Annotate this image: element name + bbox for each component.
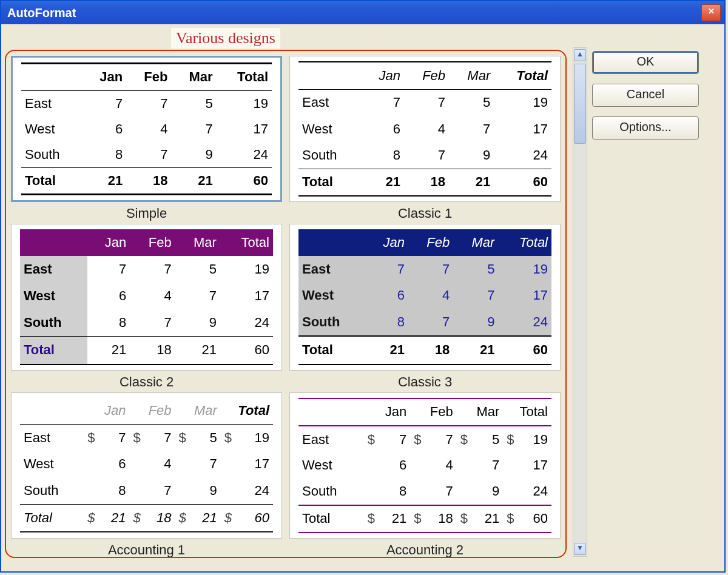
format-caption: Simple: [126, 206, 167, 221]
scroll-thumb[interactable]: [574, 64, 586, 144]
cancel-button[interactable]: Cancel: [592, 84, 699, 107]
autoformat-dialog: AutoFormat ✕ Various designs Jan Feb: [0, 0, 726, 573]
window-title: AutoFormat: [7, 6, 76, 20]
table-preview: Jan Feb Mar Total East 77519 West 64717 …: [21, 62, 272, 195]
format-option-classic3[interactable]: JanFebMarTotal East 77519 West 64717 Sou…: [289, 224, 561, 389]
table-preview: JanFebMarTotal East 77519 West 64717 Sou…: [298, 61, 551, 197]
format-caption: Classic 3: [398, 374, 452, 390]
format-thumb-classic1[interactable]: JanFebMarTotal East 77519 West 64717 Sou…: [289, 56, 561, 202]
table-preview: Jan Feb Mar Total East $7 $7 $5 $19 West: [298, 398, 551, 533]
options-button[interactable]: Options...: [592, 116, 699, 140]
table-preview: JanFebMarTotal East 77519 West 64717 Sou…: [298, 229, 551, 365]
format-option-simple[interactable]: Jan Feb Mar Total East 77519 West 64717 …: [11, 56, 282, 221]
format-thumb-accounting1[interactable]: Jan Feb Mar Total East $7 $7 $5 $19 West: [11, 392, 282, 539]
annotation-label: Various designs: [171, 28, 280, 49]
close-icon[interactable]: ✕: [701, 4, 721, 21]
format-caption: Accounting 1: [108, 542, 185, 558]
format-option-accounting2[interactable]: Jan Feb Mar Total East $7 $7 $5 $19 West: [289, 392, 561, 558]
format-thumb-classic3[interactable]: JanFebMarTotal East 77519 West 64717 Sou…: [289, 224, 561, 370]
table-preview: Jan Feb Mar Total East $7 $7 $5 $19 West: [20, 398, 273, 533]
dialog-buttons: OK Cancel Options...: [592, 51, 699, 557]
format-thumb-classic2[interactable]: JanFebMarTotal East 77519 West 64717 Sou…: [11, 224, 282, 370]
format-thumb-accounting2[interactable]: Jan Feb Mar Total East $7 $7 $5 $19 West: [289, 392, 561, 539]
format-thumb-simple[interactable]: Jan Feb Mar Total East 77519 West 64717 …: [11, 56, 282, 202]
format-option-classic1[interactable]: JanFebMarTotal East 77519 West 64717 Sou…: [289, 56, 561, 221]
titlebar[interactable]: AutoFormat ✕: [1, 1, 724, 24]
format-caption: Classic 2: [120, 374, 174, 390]
format-caption: Classic 1: [398, 206, 452, 221]
table-preview: JanFebMarTotal East 77519 West 64717 Sou…: [20, 229, 273, 365]
scroll-up-icon[interactable]: ▲: [574, 49, 586, 61]
format-samples-grid: Jan Feb Mar Total East 77519 West 64717 …: [5, 50, 567, 558]
format-caption: Accounting 2: [386, 542, 463, 558]
format-option-accounting1[interactable]: Jan Feb Mar Total East $7 $7 $5 $19 West: [11, 392, 282, 558]
format-option-classic2[interactable]: JanFebMarTotal East 77519 West 64717 Sou…: [11, 224, 282, 389]
ok-button[interactable]: OK: [592, 51, 699, 74]
samples-scrollbar[interactable]: ▲ ▼: [573, 47, 587, 557]
scroll-down-icon[interactable]: ▼: [574, 543, 586, 555]
